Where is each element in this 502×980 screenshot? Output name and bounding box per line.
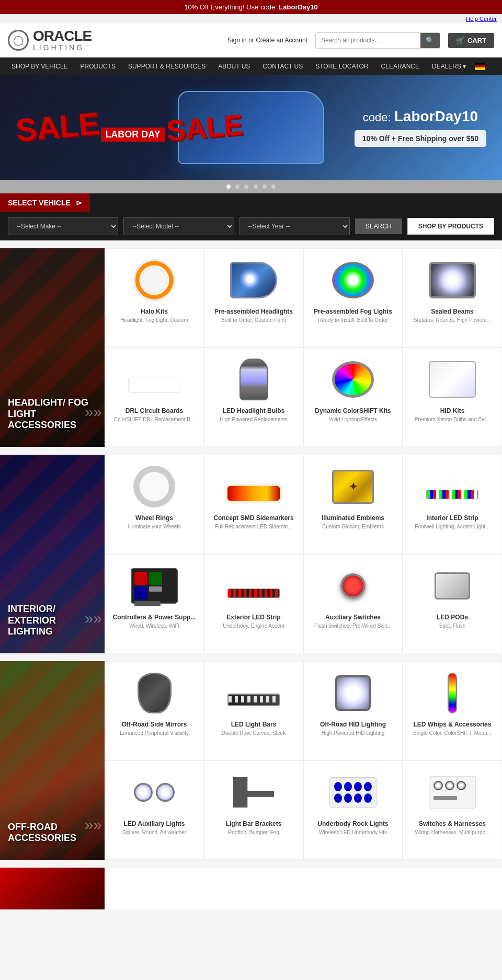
product-name-0-7: HID Kits (408, 407, 496, 414)
category-item-2-4[interactable]: LED Auxiliary LightsSquare, Round, All-w… (105, 760, 204, 860)
hero-banner: SALE LABOR DAY SALE code: LaborDay10 10%… (0, 75, 502, 180)
category-item-2-6[interactable]: Underbody Rock LightsWireless LED Underb… (303, 760, 403, 860)
product-image-sealed-beam (421, 257, 484, 304)
product-desc-2-6: Wireless LED Underbody kits (309, 829, 397, 836)
category-item-1-7[interactable]: LED PODsSpot, Flush (403, 554, 502, 653)
category-item-1-4[interactable]: Controllers & Power Supp...Wired, Wirele… (105, 554, 204, 653)
logo-name: ORACLE (33, 29, 92, 43)
categories-container: »»HEADLIGHT/ FOG LIGHT ACCESSORIESHalo K… (0, 248, 502, 860)
hero-left: SALE LABOR DAY SALE (16, 113, 243, 142)
category-item-1-5[interactable]: Exterior LED StripUnderbody, Engine Acce… (204, 554, 303, 653)
auth-links: Sign in or Create an Account (227, 37, 307, 44)
product-image-mirror (123, 670, 186, 717)
nav-contact[interactable]: CONTACT US (256, 57, 309, 75)
category-item-0-7[interactable]: HID KitsPremium Xenon Bulbs and Bal... (403, 348, 502, 447)
signin-link[interactable]: Sign in (227, 37, 247, 44)
logo[interactable]: ◯ ORACLE LIGHTING (8, 29, 92, 52)
category-section-0: »»HEADLIGHT/ FOG LIGHT ACCESSORIESHalo K… (0, 248, 502, 447)
cart-label: CART (467, 37, 486, 44)
product-desc-0-6: Vivid Lighting Effects (309, 416, 397, 423)
hero-dot-1[interactable] (226, 185, 231, 189)
hero-dot-6[interactable] (271, 185, 276, 189)
hero-dot-2[interactable] (235, 185, 239, 189)
category-item-0-2[interactable]: Pre-assembled Fog LightsReady to Install… (303, 248, 403, 348)
nav-store-locator[interactable]: STORE LOCATOR (309, 57, 374, 75)
product-desc-2-3: Single Color, ColorSHIFT, Moun... (408, 730, 496, 736)
product-desc-0-3: Squares, Rounds, High Powere... (408, 317, 496, 324)
category-item-2-0[interactable]: Off-Road Side MirrorsEnhanced Peripheral… (105, 661, 204, 760)
product-desc-2-4: Square, Round, All-weather (110, 829, 198, 836)
category-item-1-0[interactable]: Wheel RingsIlluminate your Wheels (105, 455, 204, 554)
language-flag-icon[interactable] (475, 63, 485, 70)
category-item-0-0[interactable]: Halo KitsHeadlight, Fog Light, Custom (105, 248, 204, 348)
category-item-0-6[interactable]: Dynamic ColorSHIFT KitsVivid Lighting Ef… (303, 348, 403, 447)
nav-about[interactable]: ABOUT US (212, 57, 256, 75)
category-item-0-3[interactable]: Sealed BeamsSquares, Rounds, High Powere… (403, 248, 502, 348)
hero-sale-text: SALE (15, 110, 100, 144)
search-input[interactable] (316, 33, 420, 48)
hero-offer-badge: 10% Off + Free Shipping over $50 (355, 130, 486, 147)
year-select[interactable]: --Select Year -- (239, 217, 350, 235)
hero-dot-3[interactable] (244, 185, 248, 189)
product-desc-1-7: Spot, Flush (408, 622, 496, 629)
product-desc-2-7: Wiring Harnesses, Multi-purpo... (408, 829, 496, 836)
category-item-2-5[interactable]: Light Bar BracketsRooftop, Bumper, Fog (204, 760, 303, 860)
category-banner-1[interactable]: »»INTERIOR/ EXTERIOR LIGHTING (0, 455, 105, 653)
product-desc-0-1: Built to Order, Custom Paint (210, 317, 298, 324)
header-right: Sign in or Create an Account 🔍 🛒 CART (227, 32, 494, 49)
bottom-section (0, 868, 502, 909)
category-banner-0[interactable]: »»HEADLIGHT/ FOG LIGHT ACCESSORIES (0, 248, 105, 447)
nav-support[interactable]: SUPPORT & RESOURCES (122, 57, 212, 75)
category-item-2-7[interactable]: Switches & HarnessesWiring Harnesses, Mu… (403, 760, 502, 860)
category-item-1-6[interactable]: Auxiliary SwitchesFlush Switches, Pre-Wi… (303, 554, 403, 653)
shop-by-products-button[interactable]: SHOP BY PRODUCTS (407, 218, 494, 235)
category-item-2-1[interactable]: LED Light BarsDouble Row, Curved, Sleek (204, 661, 303, 760)
product-name-1-0: Wheel Rings (110, 514, 198, 522)
product-desc-2-1: Double Row, Curved, Sleek (210, 730, 298, 736)
category-item-0-4[interactable]: DRL Circuit BoardsColorSHIFT DRL Replace… (105, 348, 204, 447)
select-vehicle-header[interactable]: SELECT VEHICLE ⊳ (0, 193, 90, 212)
model-select[interactable]: --Select Model -- (123, 217, 234, 235)
category-item-2-2[interactable]: Off-Road HID LightingHigh Powered HID Li… (303, 661, 403, 760)
logo-icon: ◯ (8, 30, 29, 51)
vehicle-search-button[interactable]: SEARCH (355, 218, 402, 234)
product-name-1-3: Interior LED Strip (408, 514, 496, 522)
search-bar: 🔍 (315, 32, 440, 49)
nav-clearance[interactable]: CLEARANCE (375, 57, 426, 75)
select-vehicle-label: SELECT VEHICLE (8, 199, 71, 207)
product-name-0-6: Dynamic ColorSHIFT Kits (309, 407, 397, 414)
hero-dot-5[interactable] (263, 185, 267, 189)
product-name-1-1: Concept SMD Sidemarkers (210, 514, 298, 522)
search-button[interactable]: 🔍 (420, 33, 440, 48)
product-desc-1-3: Footwell Lighting, Accent Light... (408, 523, 496, 530)
product-desc-1-5: Underbody, Engine Accent (210, 622, 298, 629)
nav-products[interactable]: PRODUCTS (74, 57, 122, 75)
product-image-wheel-ring (123, 463, 186, 510)
make-select[interactable]: --Select Make -- (8, 217, 118, 235)
nav-dealers[interactable]: DEALERS ▾ (426, 57, 472, 75)
hero-dot-4[interactable] (254, 185, 258, 189)
category-banner-2[interactable]: »»OFF-ROAD ACCESSORIES (0, 661, 105, 860)
category-item-0-1[interactable]: Pre-assembled HeadlightsBuilt to Order, … (204, 248, 303, 348)
create-account-link[interactable]: Create an Account (256, 37, 307, 44)
product-name-1-6: Auxiliary Switches (309, 614, 397, 621)
product-name-2-1: LED Light Bars (210, 721, 298, 728)
category-item-1-1[interactable]: Concept SMD SidemarkersFull Replacement … (204, 455, 303, 554)
cart-button[interactable]: 🛒 CART (448, 33, 494, 48)
product-name-2-2: Off-Road HID Lighting (309, 721, 397, 728)
help-center-link[interactable]: Help Center (466, 16, 497, 22)
category-item-1-3[interactable]: Interior LED StripFootwell Lighting, Acc… (403, 455, 502, 554)
product-desc-2-2: High Powered HID Lighting (309, 730, 397, 736)
product-desc-0-2: Ready to Install, Built to Order (309, 317, 397, 324)
product-image-hid (421, 356, 484, 403)
category-item-2-3[interactable]: LED Whips & AccessoriesSingle Color, Col… (403, 661, 502, 760)
product-image-ext-strip (222, 562, 285, 609)
category-section-1: »»INTERIOR/ EXTERIOR LIGHTINGWheel Rings… (0, 455, 502, 653)
category-item-0-5[interactable]: LED Headlight BulbsHigh Powered Replacem… (204, 348, 303, 447)
product-name-0-0: Halo Kits (110, 308, 198, 315)
product-name-1-4: Controllers & Power Supp... (110, 614, 198, 621)
product-name-2-0: Off-Road Side Mirrors (110, 721, 198, 728)
nav-shop-by-vehicle[interactable]: SHOP BY VEHICLE (5, 57, 74, 75)
product-name-2-7: Switches & Harnesses (408, 820, 496, 827)
category-item-1-2[interactable]: ✦Illuminated EmblemsCustom Glowing Emble… (303, 455, 403, 554)
